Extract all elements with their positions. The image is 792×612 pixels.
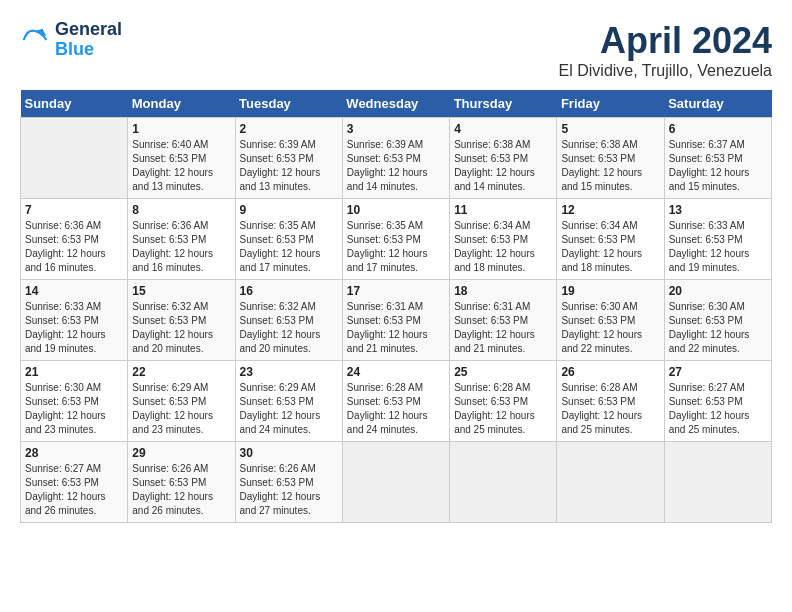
sunrise-text: Sunrise: 6:29 AM bbox=[240, 382, 316, 393]
calendar-cell: 16 Sunrise: 6:32 AM Sunset: 6:53 PM Dayl… bbox=[235, 280, 342, 361]
daylight-text: Daylight: 12 hours and 19 minutes. bbox=[669, 248, 750, 273]
sunrise-text: Sunrise: 6:30 AM bbox=[25, 382, 101, 393]
weekday-header: Tuesday bbox=[235, 90, 342, 118]
calendar-week-row: 1 Sunrise: 6:40 AM Sunset: 6:53 PM Dayli… bbox=[21, 118, 772, 199]
day-info: Sunrise: 6:31 AM Sunset: 6:53 PM Dayligh… bbox=[454, 300, 552, 356]
day-info: Sunrise: 6:34 AM Sunset: 6:53 PM Dayligh… bbox=[454, 219, 552, 275]
day-info: Sunrise: 6:39 AM Sunset: 6:53 PM Dayligh… bbox=[347, 138, 445, 194]
day-info: Sunrise: 6:27 AM Sunset: 6:53 PM Dayligh… bbox=[669, 381, 767, 437]
sunrise-text: Sunrise: 6:34 AM bbox=[454, 220, 530, 231]
sunset-text: Sunset: 6:53 PM bbox=[240, 396, 314, 407]
calendar-cell: 10 Sunrise: 6:35 AM Sunset: 6:53 PM Dayl… bbox=[342, 199, 449, 280]
day-number: 17 bbox=[347, 284, 445, 298]
day-number: 12 bbox=[561, 203, 659, 217]
daylight-text: Daylight: 12 hours and 16 minutes. bbox=[25, 248, 106, 273]
daylight-text: Daylight: 12 hours and 16 minutes. bbox=[132, 248, 213, 273]
sunset-text: Sunset: 6:53 PM bbox=[132, 396, 206, 407]
sunrise-text: Sunrise: 6:31 AM bbox=[454, 301, 530, 312]
daylight-text: Daylight: 12 hours and 25 minutes. bbox=[669, 410, 750, 435]
day-number: 26 bbox=[561, 365, 659, 379]
sunset-text: Sunset: 6:53 PM bbox=[561, 234, 635, 245]
day-number: 11 bbox=[454, 203, 552, 217]
calendar-table: SundayMondayTuesdayWednesdayThursdayFrid… bbox=[20, 90, 772, 523]
day-info: Sunrise: 6:35 AM Sunset: 6:53 PM Dayligh… bbox=[347, 219, 445, 275]
weekday-header: Friday bbox=[557, 90, 664, 118]
calendar-cell: 28 Sunrise: 6:27 AM Sunset: 6:53 PM Dayl… bbox=[21, 442, 128, 523]
sunrise-text: Sunrise: 6:32 AM bbox=[132, 301, 208, 312]
sunrise-text: Sunrise: 6:33 AM bbox=[669, 220, 745, 231]
logo-text: General Blue bbox=[55, 20, 122, 60]
calendar-cell: 27 Sunrise: 6:27 AM Sunset: 6:53 PM Dayl… bbox=[664, 361, 771, 442]
sunrise-text: Sunrise: 6:35 AM bbox=[347, 220, 423, 231]
day-number: 5 bbox=[561, 122, 659, 136]
sunrise-text: Sunrise: 6:30 AM bbox=[561, 301, 637, 312]
calendar-cell: 24 Sunrise: 6:28 AM Sunset: 6:53 PM Dayl… bbox=[342, 361, 449, 442]
calendar-cell: 25 Sunrise: 6:28 AM Sunset: 6:53 PM Dayl… bbox=[450, 361, 557, 442]
calendar-cell bbox=[557, 442, 664, 523]
calendar-cell bbox=[342, 442, 449, 523]
logo: General Blue bbox=[20, 20, 122, 60]
calendar-cell: 19 Sunrise: 6:30 AM Sunset: 6:53 PM Dayl… bbox=[557, 280, 664, 361]
day-number: 25 bbox=[454, 365, 552, 379]
calendar-cell: 18 Sunrise: 6:31 AM Sunset: 6:53 PM Dayl… bbox=[450, 280, 557, 361]
sunset-text: Sunset: 6:53 PM bbox=[132, 234, 206, 245]
weekday-header: Wednesday bbox=[342, 90, 449, 118]
calendar-cell: 26 Sunrise: 6:28 AM Sunset: 6:53 PM Dayl… bbox=[557, 361, 664, 442]
day-number: 28 bbox=[25, 446, 123, 460]
sunset-text: Sunset: 6:53 PM bbox=[669, 153, 743, 164]
sunrise-text: Sunrise: 6:38 AM bbox=[561, 139, 637, 150]
sunset-text: Sunset: 6:53 PM bbox=[132, 477, 206, 488]
daylight-text: Daylight: 12 hours and 26 minutes. bbox=[25, 491, 106, 516]
day-info: Sunrise: 6:30 AM Sunset: 6:53 PM Dayligh… bbox=[561, 300, 659, 356]
calendar-cell: 5 Sunrise: 6:38 AM Sunset: 6:53 PM Dayli… bbox=[557, 118, 664, 199]
calendar-cell: 9 Sunrise: 6:35 AM Sunset: 6:53 PM Dayli… bbox=[235, 199, 342, 280]
day-info: Sunrise: 6:30 AM Sunset: 6:53 PM Dayligh… bbox=[669, 300, 767, 356]
calendar-cell: 2 Sunrise: 6:39 AM Sunset: 6:53 PM Dayli… bbox=[235, 118, 342, 199]
sunrise-text: Sunrise: 6:31 AM bbox=[347, 301, 423, 312]
sunset-text: Sunset: 6:53 PM bbox=[454, 153, 528, 164]
calendar-week-row: 21 Sunrise: 6:30 AM Sunset: 6:53 PM Dayl… bbox=[21, 361, 772, 442]
day-number: 15 bbox=[132, 284, 230, 298]
sunrise-text: Sunrise: 6:33 AM bbox=[25, 301, 101, 312]
daylight-text: Daylight: 12 hours and 18 minutes. bbox=[454, 248, 535, 273]
calendar-cell: 4 Sunrise: 6:38 AM Sunset: 6:53 PM Dayli… bbox=[450, 118, 557, 199]
calendar-cell: 3 Sunrise: 6:39 AM Sunset: 6:53 PM Dayli… bbox=[342, 118, 449, 199]
day-info: Sunrise: 6:36 AM Sunset: 6:53 PM Dayligh… bbox=[132, 219, 230, 275]
daylight-text: Daylight: 12 hours and 15 minutes. bbox=[561, 167, 642, 192]
sunset-text: Sunset: 6:53 PM bbox=[347, 396, 421, 407]
day-info: Sunrise: 6:27 AM Sunset: 6:53 PM Dayligh… bbox=[25, 462, 123, 518]
sunrise-text: Sunrise: 6:27 AM bbox=[669, 382, 745, 393]
calendar-cell: 8 Sunrise: 6:36 AM Sunset: 6:53 PM Dayli… bbox=[128, 199, 235, 280]
sunrise-text: Sunrise: 6:37 AM bbox=[669, 139, 745, 150]
calendar-cell: 30 Sunrise: 6:26 AM Sunset: 6:53 PM Dayl… bbox=[235, 442, 342, 523]
sunrise-text: Sunrise: 6:38 AM bbox=[454, 139, 530, 150]
sunset-text: Sunset: 6:53 PM bbox=[132, 315, 206, 326]
daylight-text: Daylight: 12 hours and 20 minutes. bbox=[240, 329, 321, 354]
daylight-text: Daylight: 12 hours and 21 minutes. bbox=[454, 329, 535, 354]
weekday-header: Sunday bbox=[21, 90, 128, 118]
sunrise-text: Sunrise: 6:28 AM bbox=[347, 382, 423, 393]
weekday-header-row: SundayMondayTuesdayWednesdayThursdayFrid… bbox=[21, 90, 772, 118]
calendar-cell bbox=[664, 442, 771, 523]
day-number: 16 bbox=[240, 284, 338, 298]
sunset-text: Sunset: 6:53 PM bbox=[347, 315, 421, 326]
day-number: 1 bbox=[132, 122, 230, 136]
sunset-text: Sunset: 6:53 PM bbox=[561, 315, 635, 326]
calendar-cell: 29 Sunrise: 6:26 AM Sunset: 6:53 PM Dayl… bbox=[128, 442, 235, 523]
sunset-text: Sunset: 6:53 PM bbox=[347, 153, 421, 164]
daylight-text: Daylight: 12 hours and 17 minutes. bbox=[347, 248, 428, 273]
daylight-text: Daylight: 12 hours and 14 minutes. bbox=[347, 167, 428, 192]
daylight-text: Daylight: 12 hours and 22 minutes. bbox=[561, 329, 642, 354]
day-number: 24 bbox=[347, 365, 445, 379]
sunset-text: Sunset: 6:53 PM bbox=[240, 153, 314, 164]
calendar-week-row: 28 Sunrise: 6:27 AM Sunset: 6:53 PM Dayl… bbox=[21, 442, 772, 523]
day-number: 27 bbox=[669, 365, 767, 379]
weekday-header: Saturday bbox=[664, 90, 771, 118]
sunset-text: Sunset: 6:53 PM bbox=[240, 234, 314, 245]
day-info: Sunrise: 6:32 AM Sunset: 6:53 PM Dayligh… bbox=[240, 300, 338, 356]
page-header: General Blue April 2024 El Dividive, Tru… bbox=[20, 20, 772, 80]
daylight-text: Daylight: 12 hours and 25 minutes. bbox=[561, 410, 642, 435]
calendar-cell: 14 Sunrise: 6:33 AM Sunset: 6:53 PM Dayl… bbox=[21, 280, 128, 361]
weekday-header: Monday bbox=[128, 90, 235, 118]
calendar-cell: 17 Sunrise: 6:31 AM Sunset: 6:53 PM Dayl… bbox=[342, 280, 449, 361]
